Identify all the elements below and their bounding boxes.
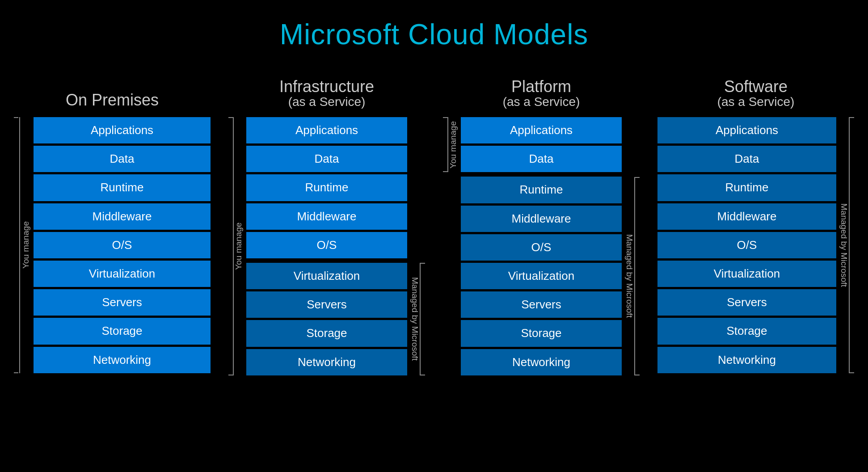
you-manage-label-paas: You manage (448, 117, 458, 172)
you-manage-label-iaas: You manage (234, 117, 244, 375)
item-data-iaas: Data (246, 146, 407, 172)
items-list-iaas: Applications Data Runtime Middleware O/S… (246, 117, 407, 375)
item-os-iaas: O/S (246, 232, 407, 258)
item-storage: Storage (34, 318, 211, 344)
item-networking: Networking (34, 347, 211, 373)
you-manage-label-on-premises: You manage (21, 221, 31, 269)
item-data: Data (34, 146, 211, 172)
paas-brace-ticks (443, 117, 447, 172)
items-list-paas: Applications Data Runtime Middleware O/S… (461, 117, 622, 375)
iaas-top-group: Applications Data Runtime Middleware O/S (246, 117, 407, 258)
page-title: Microsoft Cloud Models (280, 18, 589, 51)
item-storage-paas: Storage (461, 320, 622, 346)
item-servers-iaas: Servers (246, 291, 407, 318)
paas-body: You manage Applications Data Runtime Mid… (443, 117, 640, 375)
saas-right-bracket: Managed by Microsoft (839, 117, 854, 373)
column-title-paas: Platform (503, 78, 580, 96)
item-networking-saas: Networking (657, 347, 836, 373)
brace-tick-top (421, 263, 425, 264)
paas-left-bracket: You manage (443, 117, 458, 375)
column-on-premises: On Premises You manage Applications Data… (14, 73, 211, 373)
brace-tick-bottom (850, 372, 854, 373)
ms-manages-label-paas: Managed by Microsoft (624, 177, 634, 375)
brace-tick-top (443, 117, 447, 118)
item-virtualization: Virtualization (34, 261, 211, 287)
column-subtitle-paas: (as a Service) (503, 95, 580, 109)
iaas-bottom-group: Virtualization Servers Storage Networkin… (246, 263, 407, 375)
paas-bottom-group: Runtime Middleware O/S Virtualization Se… (461, 177, 622, 375)
item-middleware-paas: Middleware (461, 206, 622, 232)
iaas-right-brace-ticks (421, 263, 425, 375)
paas-you-manage-bracket: You manage (443, 117, 458, 172)
column-header-on-premises: On Premises (66, 73, 159, 109)
column-header-paas: Platform (as a Service) (503, 73, 580, 109)
item-applications: Applications (34, 117, 211, 143)
column-header-iaas: Infrastructure (as a Service) (279, 73, 374, 109)
iaas-right-bracket: Managed by Microsoft (410, 117, 425, 375)
iaas-brace-ticks (228, 117, 233, 375)
brace-tick-bottom (443, 171, 447, 172)
item-middleware-saas: Middleware (657, 203, 836, 230)
paas-top-group: Applications Data (461, 117, 622, 172)
column-subtitle-iaas: (as a Service) (279, 95, 374, 109)
paas-ms-bracket: Managed by Microsoft (624, 177, 640, 375)
item-networking-iaas: Networking (246, 349, 407, 375)
saas-right-brace-ticks (850, 117, 854, 373)
ms-manages-label-saas: Managed by Microsoft (839, 117, 849, 373)
item-applications-paas: Applications (461, 117, 622, 143)
iaas-left-bracket: You manage (228, 117, 244, 375)
item-os-paas: O/S (461, 234, 622, 261)
item-virtualization-paas: Virtualization (461, 263, 622, 289)
items-list-saas: Applications Data Runtime Middleware O/S… (657, 117, 836, 373)
column-iaas: Infrastructure (as a Service) You manage (228, 73, 425, 375)
paas-right-bracket: Managed by Microsoft (624, 117, 640, 375)
column-paas: Platform (as a Service) You manage (443, 73, 640, 375)
item-storage-iaas: Storage (246, 320, 407, 346)
item-runtime-paas: Runtime (461, 177, 622, 203)
brace-tick-top (228, 117, 233, 118)
item-servers-paas: Servers (461, 291, 622, 318)
item-virtualization-iaas: Virtualization (246, 263, 407, 289)
item-data-paas: Data (461, 146, 622, 172)
saas-ms-bracket: Managed by Microsoft (839, 117, 854, 373)
bracket-container-on-premises: You manage Applications Data Runtime Mid… (14, 117, 211, 373)
item-runtime-saas: Runtime (657, 174, 836, 201)
item-os: O/S (34, 232, 211, 258)
column-title-saas: Software (717, 78, 795, 96)
item-data-saas: Data (657, 146, 836, 172)
item-servers-saas: Servers (657, 289, 836, 316)
paas-right-brace-ticks (635, 177, 640, 375)
item-middleware-iaas: Middleware (246, 203, 407, 230)
iaas-body: You manage Applications Data Runtime Mid… (228, 117, 425, 375)
items-list-on-premises: Applications Data Runtime Middleware O/S… (34, 117, 211, 373)
brace-tick-top (850, 117, 854, 118)
brace-tick-top (635, 177, 640, 178)
saas-body: Applications Data Runtime Middleware O/S… (657, 117, 854, 373)
item-applications-iaas: Applications (246, 117, 407, 143)
brace-tick-bottom (228, 375, 233, 375)
ms-manages-label-iaas: Managed by Microsoft (410, 263, 420, 375)
iaas-you-manage-bracket: You manage (228, 117, 244, 375)
item-virtualization-saas: Virtualization (657, 261, 836, 287)
item-networking-paas: Networking (461, 349, 622, 375)
item-middleware: Middleware (34, 203, 211, 230)
column-title-iaas: Infrastructure (279, 78, 374, 96)
column-title-on-premises: On Premises (66, 91, 159, 109)
brace-tick-top (14, 117, 18, 118)
brace-tick-bottom (635, 375, 640, 375)
brace-tick-bottom (14, 372, 18, 373)
left-brace-on-premises: You manage (14, 117, 31, 373)
brace-line-left (19, 117, 20, 373)
item-applications-saas: Applications (657, 117, 836, 143)
item-os-saas: O/S (657, 232, 836, 258)
column-saas: Software (as a Service) Applications Dat… (657, 73, 854, 373)
item-runtime-iaas: Runtime (246, 174, 407, 201)
models-container: On Premises You manage Applications Data… (9, 73, 859, 375)
brace-ticks-left (14, 117, 18, 373)
item-runtime: Runtime (34, 174, 211, 201)
brace-tick-bottom (421, 375, 425, 375)
item-storage-saas: Storage (657, 318, 836, 344)
column-subtitle-saas: (as a Service) (717, 95, 795, 109)
item-servers: Servers (34, 289, 211, 316)
iaas-ms-bracket: Managed by Microsoft (410, 263, 425, 375)
